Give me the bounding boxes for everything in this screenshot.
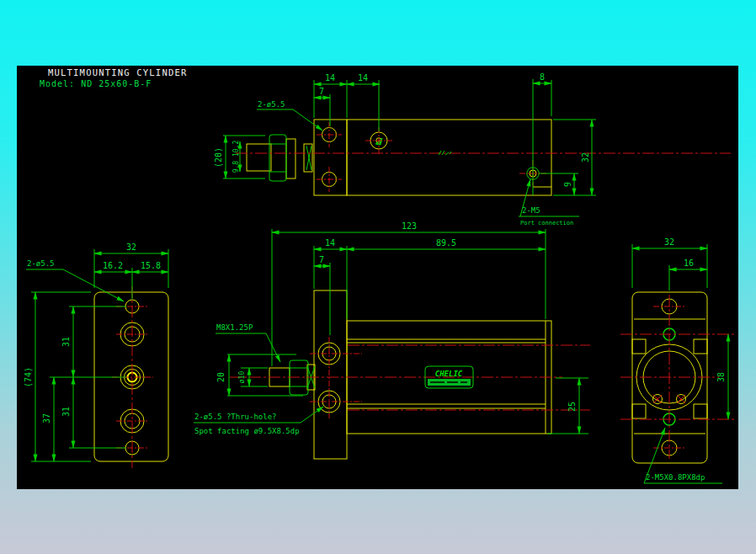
dim-top-14b: 14 bbox=[358, 73, 368, 83]
dim-front-89-5: 89.5 bbox=[436, 238, 456, 248]
brand-logo-text: CHELIC bbox=[435, 370, 463, 378]
dim-top-98-102: 9.8 10.2 bbox=[232, 141, 240, 173]
drawing-svg: MULTIMOUNTING CYLINDER Model: ND 25x60-B… bbox=[0, 0, 756, 554]
dim-left-31a: 31 bbox=[61, 337, 71, 347]
drawing-title: MULTIMOUNTING CYLINDER bbox=[48, 67, 187, 77]
dim-top-7: 7 bbox=[319, 87, 324, 96]
dim-top-9: 9 bbox=[563, 182, 572, 187]
dim-front-d10: ø10 bbox=[238, 371, 246, 384]
dim-right-38: 38 bbox=[716, 372, 726, 382]
dim-front-20: 20 bbox=[216, 372, 226, 382]
dim-top-8: 8 bbox=[540, 72, 545, 82]
dim-left-16-2: 16.2 bbox=[103, 261, 123, 270]
label-top-port: 2-M5 bbox=[522, 206, 540, 215]
drawing-canvas bbox=[17, 66, 738, 489]
cad-viewport: MULTIMOUNTING CYLINDER Model: ND 25x60-B… bbox=[0, 0, 756, 554]
dim-right-32: 32 bbox=[664, 237, 674, 247]
dim-front-7: 7 bbox=[319, 255, 324, 264]
dim-right-16: 16 bbox=[684, 258, 694, 268]
dim-front-14: 14 bbox=[325, 238, 335, 248]
dim-left-15-8: 15.8 bbox=[141, 261, 161, 270]
dim-left-37: 37 bbox=[42, 413, 51, 423]
dim-top-14a: 14 bbox=[325, 73, 335, 83]
label-front-spot-facing: Spot facting ø9.5X8.5dp bbox=[194, 427, 300, 435]
dim-top-20: (20) bbox=[214, 147, 223, 168]
dim-left-74: (74) bbox=[24, 367, 33, 387]
label-top-port-note: Port connection bbox=[520, 220, 573, 226]
dim-top-32: 32 bbox=[581, 152, 590, 162]
label-left-holes: 2-ø5.5 bbox=[27, 259, 55, 268]
drawing-model: Model: ND 25x60-B-F bbox=[40, 79, 152, 88]
label-front-thru-hole: 2-ø5.5 ?Thru-hole? bbox=[194, 413, 277, 421]
label-right-tap: 2-M5X0.8PX8dp bbox=[646, 473, 705, 482]
dim-front-123: 123 bbox=[402, 221, 417, 231]
dim-front-25: 25 bbox=[567, 402, 577, 412]
dim-left-32: 32 bbox=[126, 242, 136, 252]
label-front-thread: M8X1.25P bbox=[216, 323, 253, 332]
label-top-holes: 2-ø5.5 bbox=[258, 100, 285, 109]
dim-left-31b: 31 bbox=[61, 407, 71, 417]
